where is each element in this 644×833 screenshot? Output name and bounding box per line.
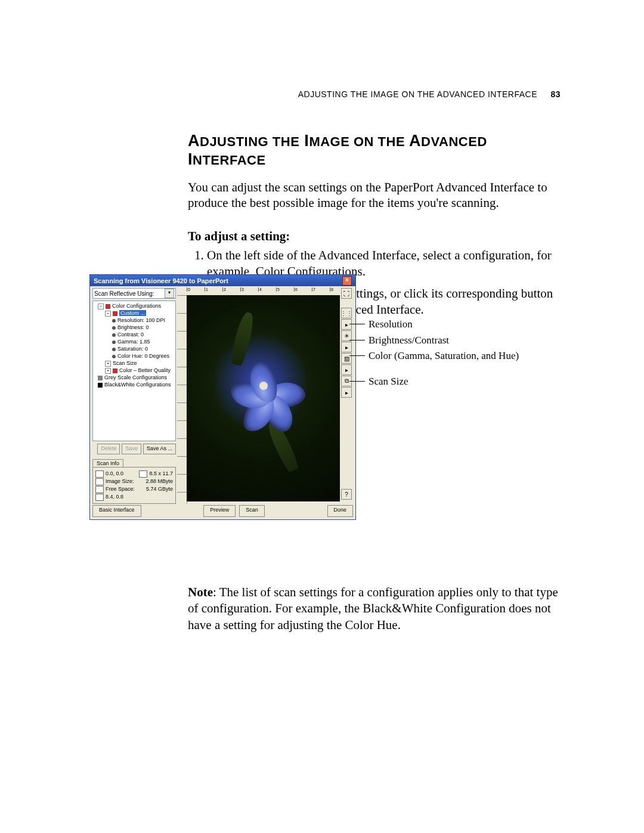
color-expand-icon[interactable]: ▸	[341, 364, 352, 375]
resolution-expand-icon[interactable]: ▸	[341, 319, 352, 330]
delete-button[interactable]: Delete	[97, 444, 120, 454]
disk-icon	[95, 486, 104, 493]
origin-icon	[95, 470, 104, 478]
brightness-expand-icon[interactable]: ▸	[341, 342, 352, 352]
info-free-val: 5.74 GByte	[146, 485, 173, 493]
color-icon[interactable]: ▨	[341, 353, 352, 364]
running-head-text: ADJUSTING THE IMAGE ON THE ADVANCED INTE…	[298, 89, 537, 99]
note-label: Note	[188, 585, 213, 599]
tree-hue[interactable]: Color Hue: 0 Degrees	[94, 352, 174, 360]
help-icon[interactable]: ?	[341, 489, 352, 500]
ruler-tick: 4	[258, 287, 262, 292]
scan-button[interactable]: Scan	[239, 505, 265, 517]
running-head: ADJUSTING THE IMAGE ON THE ADVANCED INTE…	[89, 89, 561, 99]
title-bar: Scanning from Visioneer 9420 to PaperPor…	[90, 275, 355, 286]
tree-grey-configs[interactable]: Grey Scale Configurations	[94, 374, 174, 381]
info-img-label: Image Size:	[106, 478, 134, 484]
callout-resolution: Resolution	[358, 318, 519, 330]
tree-saturation[interactable]: Saturation: 0	[94, 345, 174, 352]
info-dims: 8.5 x 11.7	[149, 470, 173, 476]
basic-interface-button[interactable]: Basic Interface	[92, 505, 141, 517]
note-body: : The list of scan settings for a config…	[188, 585, 558, 632]
tree-custom[interactable]: −Custom ...	[94, 309, 174, 317]
callout-scan-size: Scan Size	[358, 376, 519, 388]
preview-image[interactable]	[187, 295, 340, 501]
ruler-tick: 0	[187, 287, 190, 292]
image-icon	[95, 478, 104, 485]
chevron-down-icon[interactable]: ▾	[165, 289, 174, 298]
vertical-ruler	[177, 295, 187, 504]
section-heading: ADJUSTING THE IMAGE ON THE ADVANCED INTE…	[188, 132, 561, 169]
tree-color-configs[interactable]: −Color Configurations	[94, 302, 174, 309]
dims-icon	[139, 470, 147, 478]
tree-gamma[interactable]: Gamma: 1.85	[94, 338, 174, 345]
save-as-button[interactable]: Save As ...	[143, 444, 176, 454]
procedure-subhead: To adjust a setting:	[188, 229, 561, 244]
tree-contrast[interactable]: Contrast: 0	[94, 331, 174, 338]
tree-bw-configs[interactable]: Black&White Configurations	[94, 381, 174, 388]
config-button-row: Delete Save Save As ...	[92, 444, 176, 454]
ruler-tick: 6	[294, 287, 298, 292]
bottom-bar: Basic Interface Preview Scan Done	[92, 505, 353, 517]
config-tree[interactable]: −Color Configurations −Custom ... Resolu…	[92, 301, 176, 441]
resolution-icon[interactable]: ⋮⋮	[341, 308, 352, 318]
ruler-tick: 5	[276, 287, 280, 292]
side-tool-column: ⛶ ⋮⋮ ▸ ☀ ▸ ▨ ▸ ⧉ ▸	[341, 288, 352, 398]
combo-label: Scan Reflective Using:	[94, 290, 154, 297]
page-number: 83	[550, 89, 561, 99]
scan-using-combo[interactable]: Scan Reflective Using: ▾	[92, 288, 176, 299]
tree-brightness[interactable]: Brightness: 0	[94, 324, 174, 331]
screenshot-figure: Scanning from Visioneer 9420 to PaperPor…	[89, 274, 561, 528]
fit-icon[interactable]: ⛶	[341, 288, 352, 299]
close-icon[interactable]: ×	[342, 276, 352, 286]
info-origin: 0.0, 0.0	[106, 470, 123, 476]
ruler-tick: 2	[222, 287, 226, 292]
callout-color: Color (Gamma, Saturation, and Hue)	[358, 350, 519, 371]
cursor-icon	[95, 494, 104, 501]
ruler-tick: 7	[312, 287, 315, 292]
scan-size-expand-icon[interactable]: ▸	[341, 387, 352, 398]
callout-list: Resolution Brightness/Contrast Color (Ga…	[358, 318, 519, 392]
left-panel: Scan Reflective Using: ▾ −Color Configur…	[92, 288, 176, 504]
app-window: Scanning from Visioneer 9420 to PaperPor…	[89, 274, 356, 520]
tree-scan-size[interactable]: +Scan Size	[94, 360, 174, 367]
info-free-label: Free Space:	[106, 486, 135, 492]
scan-info-panel: Scan Info 0.0, 0.0 8.5 x 11.7 Image Size…	[92, 459, 176, 504]
ruler-tick: 8	[330, 287, 333, 292]
preview-pane: 012345678 ⛶ ⋮⋮ ▸ ☀ ▸ ▨ ▸ ⧉ ▸	[177, 288, 353, 504]
save-button[interactable]: Save	[122, 444, 141, 454]
callout-brightness-contrast: Brightness/Contrast	[358, 335, 519, 346]
leaf-shape	[230, 311, 256, 366]
scan-info-tab[interactable]: Scan Info	[92, 459, 123, 467]
note-paragraph: Note: The list of scan settings for a co…	[188, 584, 561, 633]
info-box: 8.4, 0.8	[106, 494, 123, 500]
tree-resolution[interactable]: Resolution: 100 DPI	[94, 317, 174, 324]
ruler-tick: 1	[205, 287, 208, 292]
ruler-tick: 3	[240, 287, 244, 292]
info-img-val: 2.88 MByte	[145, 478, 173, 485]
tree-better-quality[interactable]: +Color – Better Quality	[94, 367, 174, 374]
done-button[interactable]: Done	[327, 505, 354, 517]
intro-paragraph: You can adjust the scan settings on the …	[188, 179, 561, 211]
preview-button[interactable]: Preview	[203, 505, 236, 517]
window-title: Scanning from Visioneer 9420 to PaperPor…	[94, 277, 228, 284]
